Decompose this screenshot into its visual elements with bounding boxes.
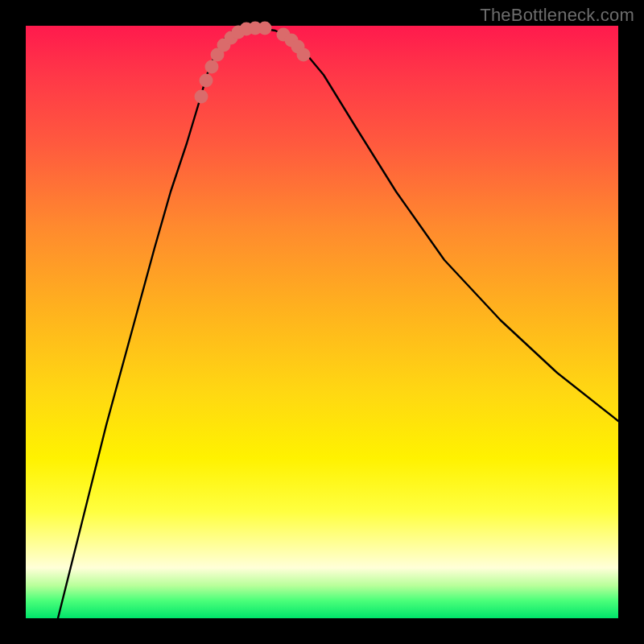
bottleneck-curve	[58, 28, 618, 618]
highlight-dot	[205, 60, 219, 74]
highlight-dot	[195, 90, 208, 104]
chart-frame	[26, 26, 618, 618]
highlight-dots-right	[277, 28, 311, 62]
highlight-dot	[258, 22, 272, 35]
highlight-dots-left	[195, 22, 272, 104]
chart-svg	[26, 26, 618, 618]
watermark-text: TheBottleneck.com	[480, 5, 634, 26]
highlight-dot	[200, 74, 213, 88]
highlight-dot	[297, 48, 311, 62]
